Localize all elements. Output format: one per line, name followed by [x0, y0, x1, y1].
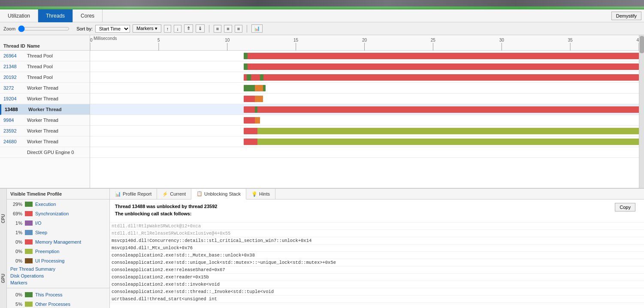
vertical-scrollbar[interactable]	[639, 35, 644, 188]
timeline-track[interactable]	[90, 115, 639, 126]
profile-color-box	[25, 239, 33, 245]
thread-row[interactable]: 26964Thread Pool	[0, 51, 90, 61]
arrow-up-button[interactable]: ↑	[164, 25, 172, 33]
tab-icon: 📋	[197, 191, 203, 196]
thread-id: 19204	[3, 96, 27, 101]
markers-button[interactable]: Markers ▾	[133, 24, 161, 33]
timeline-track[interactable]	[90, 126, 639, 136]
timeline-track[interactable]	[90, 51, 639, 61]
analysis-tab-unblocking-stack[interactable]: 📋Unblocking Stack	[191, 189, 246, 199]
stack-frame[interactable]: consoleapplication2.exe!std::_Mutex_base…	[110, 252, 644, 259]
thread-id: 26964	[3, 53, 27, 58]
thread-row[interactable]: 13488Worker Thread	[0, 104, 90, 115]
profile-category-link[interactable]: Sleep	[35, 230, 47, 235]
analysis-tab-current[interactable]: ⚡Current	[157, 189, 191, 199]
thread-id: 20192	[3, 75, 27, 80]
stack-frame[interactable]: consoleapplication2.exe!std::unique_lock…	[110, 259, 644, 266]
zoom-slider[interactable]	[18, 26, 70, 32]
stack-frame[interactable]: msvcp140d.dll!_Mtx_unlock+0x76	[110, 245, 644, 252]
sort-select[interactable]: Start Time	[95, 25, 130, 33]
tab-utilization[interactable]: Utilization	[0, 9, 38, 22]
thread-row[interactable]: 19204Worker Thread	[0, 94, 90, 104]
stack-frame[interactable]: ucrtbased.dll!thread_start<unsigned int	[110, 296, 644, 303]
unblock-header: Thread 13488 was unblocked by thread 235…	[115, 203, 639, 217]
thread-id: 3272	[3, 85, 27, 91]
stack-frame[interactable]: ntdll.dll!RtlpWakeSRWLock@12+0xca	[110, 223, 644, 230]
stack-frame[interactable]: msvcp140d.dll!Concurrency::details::stl_…	[110, 237, 644, 245]
tab-label: Current	[170, 191, 186, 196]
thread-row[interactable]: 9984Worker Thread	[0, 115, 90, 126]
profile-row: 1%Sleep	[7, 228, 109, 237]
thread-name: Thread Pool	[27, 53, 53, 58]
timeline-track[interactable]	[90, 61, 639, 72]
copy-button[interactable]: Copy	[615, 203, 635, 211]
svg-text:40: 40	[636, 38, 639, 42]
profile-category-link[interactable]: Other Processes	[35, 302, 70, 307]
group-button-2[interactable]: ≡	[224, 25, 232, 33]
stack-frame[interactable]: consoleapplication2.exe!reader+0x15b	[110, 274, 644, 281]
profile-pct: 5%	[10, 302, 22, 307]
thread-row[interactable]: 23592Worker Thread	[0, 126, 90, 136]
thread-row[interactable]: 3272Worker Thread	[0, 83, 90, 94]
profile-summary-link[interactable]: Markers	[10, 279, 109, 286]
svg-text:5: 5	[157, 38, 160, 42]
demystify-button[interactable]: Demystify	[611, 12, 641, 20]
stack-frame[interactable]: consoleapplication2.exe!releaseShared+0x…	[110, 266, 644, 274]
analysis-tab-profile-report[interactable]: 📊Profile Report	[110, 189, 157, 199]
profile-category-link[interactable]: Memory Management	[35, 239, 81, 245]
profile-summary-link[interactable]: Per Thread Summary	[10, 266, 109, 272]
timeline-track[interactable]	[90, 83, 639, 94]
timeline-track[interactable]	[90, 136, 639, 147]
col-thread-id-header: Thread ID	[3, 43, 27, 48]
thread-name: Thread Pool	[27, 75, 53, 80]
profile-category-link[interactable]: Preemption	[35, 249, 59, 254]
profile-category-link[interactable]: I/O	[35, 220, 42, 226]
stack-frame[interactable]: consoleapplication2.exe!std::invoke<void	[110, 281, 644, 288]
profile-color-box	[25, 292, 33, 297]
thread-row[interactable]: 21348Thread Pool	[0, 61, 90, 72]
thread-rows-container: 26964Thread Pool21348Thread Pool20192Thr…	[0, 51, 90, 158]
profile-row: 5%Other Processes	[7, 299, 109, 308]
timeline-ruler: Milliseconds 0510152025303540	[90, 35, 639, 51]
svg-text:0: 0	[90, 38, 93, 42]
chart-button[interactable]: 📊	[251, 24, 263, 33]
profile-color-box	[25, 249, 33, 254]
svg-text:10: 10	[225, 38, 230, 42]
stack-frame[interactable]: consoleapplication2.exe!std::thread::_In…	[110, 288, 644, 296]
thread-row[interactable]: 24680Worker Thread	[0, 136, 90, 147]
timeline-bar	[257, 139, 639, 145]
tab-cores[interactable]: Cores	[73, 9, 103, 22]
profile-color-box	[25, 230, 33, 235]
zoom-label: Zoom	[3, 26, 15, 31]
group-button-3[interactable]: ≡	[235, 25, 242, 33]
profile-row: 0%UI Processing	[7, 256, 109, 266]
cpu-label: CPU	[1, 212, 6, 225]
arrow-down-bottom-button[interactable]: ⇓	[196, 24, 205, 33]
scrollbar-thumb[interactable]	[640, 36, 644, 53]
timeline-container: Thread ID Name 26964Thread Pool21348Thre…	[0, 35, 644, 188]
stack-frame[interactable]: ntdll.dll!_RtlReleaseSRWLockExclusive@4+…	[110, 230, 644, 237]
profile-category-link[interactable]: This Process	[35, 292, 63, 297]
group-button-1[interactable]: ≡	[214, 25, 221, 33]
profile-category-link[interactable]: Synchronization	[35, 211, 69, 216]
timeline-track[interactable]	[90, 147, 639, 158]
profile-pct: 0%	[10, 292, 22, 297]
tab-threads[interactable]: Threads	[38, 9, 73, 22]
profile-row: 29%Execution	[7, 199, 109, 209]
analysis-tab-hints[interactable]: 💡Hints	[246, 189, 275, 199]
profile-category-link[interactable]: Execution	[35, 202, 56, 207]
arrow-down-button[interactable]: ↓	[174, 25, 181, 33]
timeline-bar	[255, 85, 263, 91]
thread-row[interactable]: DirectX GPU Engine 0	[0, 147, 90, 158]
timeline-bar	[247, 74, 251, 81]
timeline-track[interactable]	[90, 94, 639, 104]
timeline-right[interactable]: Milliseconds 0510152025303540	[90, 35, 639, 188]
thread-row[interactable]: 20192Thread Pool	[0, 72, 90, 83]
profile-pct: 1%	[10, 220, 22, 226]
profile-category-link[interactable]: UI Processing	[35, 258, 64, 263]
arrow-up-top-button[interactable]: ⇑	[184, 24, 193, 33]
profile-summary-link[interactable]: Disk Operations	[10, 272, 109, 279]
svg-text:30: 30	[499, 38, 505, 42]
timeline-track[interactable]	[90, 104, 639, 115]
timeline-track[interactable]	[90, 72, 639, 83]
